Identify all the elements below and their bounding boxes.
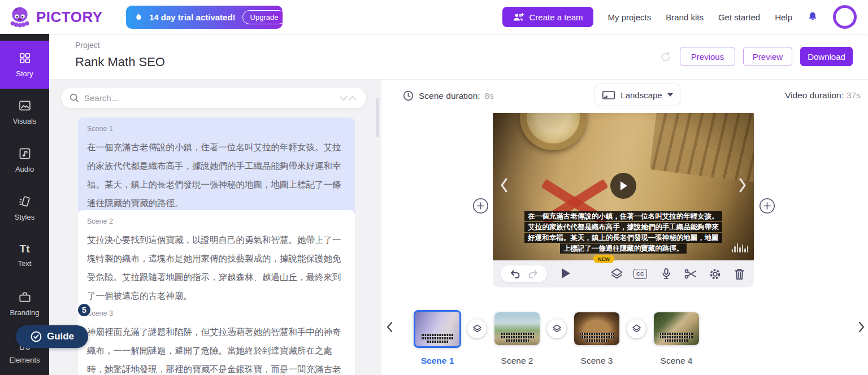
notifications-bell-icon[interactable] bbox=[807, 11, 818, 23]
video-duration: Video duration: 37s bbox=[785, 90, 861, 101]
upgrade-button[interactable]: Upgrade bbox=[242, 10, 287, 24]
subtitle-overlay[interactable]: 在一個充滿古老傳說的小鎮，住著一位名叫艾拉的年輕女孩。 艾拉的家族代代都是織布高… bbox=[493, 211, 754, 254]
microphone-icon[interactable] bbox=[660, 268, 672, 280]
video-toolbar: NEW CC bbox=[493, 260, 754, 287]
chevron-down-icon bbox=[667, 93, 673, 97]
transition-layers-button[interactable] bbox=[627, 319, 646, 338]
create-team-button[interactable]: Create a team bbox=[502, 7, 593, 27]
story-script-panel: Scene 1 在一個充滿古老傳說的小鎮，住著一位名叫艾拉的年輕女孩。艾拉的家族… bbox=[49, 80, 381, 375]
scene-card-label: Scene 3 bbox=[87, 309, 346, 317]
search-icon bbox=[69, 93, 80, 103]
sidebar-item-styles[interactable]: Styles bbox=[0, 184, 49, 232]
text-tt-icon: Tt bbox=[20, 243, 30, 255]
thumbnail-scene-3[interactable] bbox=[574, 312, 619, 345]
topbar-right: Create a team My projects Brand kits Get… bbox=[502, 0, 857, 34]
subtitle-line: 艾拉的家族代代都是織布高手，據說她們的手工織品能夠帶來 bbox=[524, 222, 722, 232]
new-feature-badge: NEW bbox=[593, 255, 614, 263]
previous-scene-chevron-icon[interactable] bbox=[500, 177, 509, 193]
sidebar-item-label: Story bbox=[16, 69, 33, 78]
transition-layers-button[interactable] bbox=[547, 319, 566, 338]
aspect-ratio-dropdown[interactable]: Landscape bbox=[594, 84, 680, 106]
strip-prev-chevron-icon[interactable] bbox=[386, 321, 393, 333]
strip-next-chevron-icon[interactable] bbox=[858, 321, 865, 333]
scene-card-text[interactable]: 神廟裡面充滿了謎題和陷阱，但艾拉憑藉著她的智慧和手中的神奇織布，一一解開謎題，避… bbox=[87, 322, 346, 375]
scene-duration-value: 8s bbox=[485, 91, 494, 101]
next-scene-chevron-icon[interactable] bbox=[738, 177, 747, 193]
thumbnail-scene-4[interactable] bbox=[654, 312, 699, 345]
thumbnail-scene-2[interactable] bbox=[494, 312, 540, 345]
search-input[interactable] bbox=[84, 93, 333, 103]
audio-note-icon bbox=[18, 147, 32, 160]
scene-list-scrollbar[interactable] bbox=[376, 98, 379, 137]
previous-button[interactable]: Previous bbox=[680, 47, 735, 66]
thumbnail-label-scene-3[interactable]: Scene 3 bbox=[566, 356, 628, 366]
search-collapse-chevrons-icon[interactable] bbox=[338, 93, 358, 103]
delete-trash-icon[interactable] bbox=[734, 268, 745, 280]
sidebar-item-label: Branding bbox=[10, 308, 39, 317]
sidebar-item-story[interactable]: Story bbox=[0, 41, 49, 89]
scene-card-3[interactable]: Scene 3 神廟裡面充滿了謎題和陷阱，但艾拉憑藉著她的智慧和手中的神奇織布，… bbox=[78, 302, 355, 375]
layers-icon[interactable] bbox=[610, 268, 623, 280]
sidebar-item-visuals[interactable]: Visuals bbox=[0, 89, 49, 137]
sidebar-item-branding[interactable]: Branding bbox=[0, 280, 49, 328]
thumbnail-scene-1[interactable] bbox=[414, 310, 461, 348]
nav-brand-kits[interactable]: Brand kits bbox=[666, 12, 704, 22]
add-scene-left-button[interactable] bbox=[472, 198, 489, 214]
add-scene-right-button[interactable] bbox=[759, 198, 775, 214]
sidebar-item-label: Styles bbox=[15, 213, 34, 221]
team-people-icon bbox=[513, 12, 525, 22]
thumbnail-label-scene-4[interactable]: Scene 4 bbox=[645, 356, 708, 366]
cc-glyph: CC bbox=[633, 269, 647, 279]
captions-cc-icon[interactable]: CC bbox=[633, 269, 647, 279]
scene-card-text[interactable]: 在一個充滿古老傳說的小鎮，住著一位名叫艾拉的年輕女孩。艾拉的家族代代都是織布高手… bbox=[87, 138, 346, 212]
scene-card-text[interactable]: 艾拉決心要找到這個寶藏，以證明自己的勇氣和智慧。她帶上了一塊特製的織布，這塊布是… bbox=[87, 230, 346, 305]
subtitle-line: 在一個充滿古老傳說的小鎮，住著一位名叫艾拉的年輕女孩。 bbox=[524, 211, 722, 221]
settings-gear-icon[interactable] bbox=[709, 268, 722, 281]
clock-icon bbox=[402, 90, 414, 102]
undo-icon[interactable] bbox=[510, 269, 521, 278]
octopus-logo-icon bbox=[8, 5, 32, 29]
search-bar bbox=[61, 88, 366, 108]
subtitle-line: 好運和幸福。某天，鎮上的長老們發現一張神秘的地圖，地圖 bbox=[524, 233, 722, 243]
video-play-button[interactable] bbox=[610, 173, 636, 199]
sidebar-item-label: Text bbox=[18, 259, 32, 268]
nav-my-projects[interactable]: My projects bbox=[608, 12, 652, 22]
scene-card-label: Scene 1 bbox=[87, 125, 346, 133]
styles-phone-icon bbox=[18, 195, 32, 208]
redo-icon[interactable] bbox=[527, 269, 539, 278]
left-sidebar: Story Visuals Audio bbox=[0, 34, 49, 375]
video-duration-label: Video duration: bbox=[785, 90, 844, 101]
video-canvas[interactable]: 在一個充滿古老傳說的小鎮，住著一位名叫艾拉的年輕女孩。 艾拉的家族代代都是織布高… bbox=[493, 113, 754, 260]
sidebar-item-audio[interactable]: Audio bbox=[0, 136, 49, 184]
transition-layers-button[interactable] bbox=[467, 319, 487, 338]
undo-redo-group bbox=[501, 265, 547, 282]
top-bar: PICTORY 14 day trial activated! Upgrade bbox=[0, 0, 868, 34]
nav-get-started[interactable]: Get started bbox=[718, 12, 760, 22]
sidebar-item-text[interactable]: Tt Text bbox=[0, 232, 49, 280]
thumbnail-label-scene-1[interactable]: Scene 1 bbox=[406, 356, 468, 366]
guide-label: Guide bbox=[47, 331, 74, 342]
download-button[interactable]: Download bbox=[800, 47, 853, 66]
preview-button[interactable]: Preview bbox=[743, 47, 792, 66]
pictory-logo[interactable]: PICTORY bbox=[8, 5, 103, 29]
scene-card-1[interactable]: Scene 1 在一個充滿古老傳說的小鎮，住著一位名叫艾拉的年輕女孩。艾拉的家族… bbox=[78, 117, 355, 221]
thumbnail-label-scene-2[interactable]: Scene 2 bbox=[486, 356, 548, 366]
create-team-label: Create a team bbox=[530, 12, 583, 22]
brand-name: PICTORY bbox=[36, 8, 103, 26]
user-avatar[interactable] bbox=[833, 5, 857, 29]
scene-card-2[interactable]: Scene 2 艾拉決心要找到這個寶藏，以證明自己的勇氣和智慧。她帶上了一塊特製… bbox=[78, 210, 355, 313]
project-title: Rank Math SEO bbox=[75, 55, 165, 69]
flame-icon bbox=[134, 12, 144, 23]
trial-banner: 14 day trial activated! Upgrade bbox=[126, 6, 283, 29]
play-icon[interactable] bbox=[561, 268, 571, 279]
scissors-trim-icon[interactable] bbox=[684, 268, 697, 280]
sidebar-item-label: Audio bbox=[15, 165, 34, 173]
subtitle-line: 上標記了一條通往隱藏的寶藏的路徑。 bbox=[560, 243, 687, 254]
nav-help[interactable]: Help bbox=[775, 12, 792, 22]
sidebar-item-label: Visuals bbox=[13, 117, 37, 125]
thumbnail-subtitle-chips bbox=[498, 333, 536, 342]
audio-waveform-icon bbox=[732, 243, 749, 252]
guide-button[interactable]: Guide bbox=[16, 325, 88, 348]
check-circle-icon bbox=[30, 330, 42, 343]
sync-refresh-icon[interactable] bbox=[659, 51, 672, 63]
